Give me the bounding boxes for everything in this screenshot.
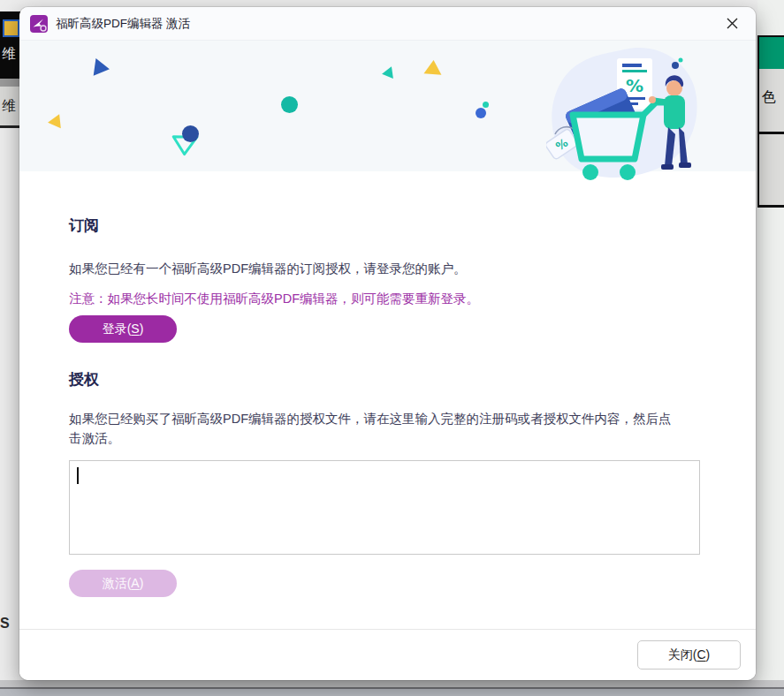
close-dialog-mnemonic: C [696,647,705,662]
background-table-cell: 色 [757,69,784,134]
activation-dialog: 福昕高级PDF编辑器 激活 [19,7,756,680]
subscription-body: 如果您已经有一个福昕高级PDF编辑器的订阅授权，请登录您的账户。 [69,259,688,278]
background-app-icon-fragment [3,19,19,37]
authorization-body: 如果您已经购买了福昕高级PDF编辑器的授权文件，请在这里输入完整的注册码或者授权… [69,409,683,448]
subscription-heading: 订阅 [69,217,700,235]
background-app-right-strip: 色 [757,0,784,696]
login-button-label-end: ) [140,322,144,336]
license-input-wrap [69,460,700,555]
svg-text:%: % [626,75,643,96]
activate-button[interactable]: 激活(A) [69,570,177,597]
activate-button-label: 激活( [103,576,132,590]
activate-button-mnemonic: A [131,576,139,590]
background-text-fragment: S [0,616,10,632]
background-text-fragment: 维 [2,45,16,64]
background-app-left-strip: 维 维 S [0,0,21,696]
decor-circle-teal [281,96,298,113]
background-app-dark-panel: 维 [0,11,21,79]
login-button-mnemonic: S [131,322,139,336]
background-app-statusbar [0,689,784,696]
decor-triangle-yellow [47,114,61,129]
close-dialog-label-end: ) [706,647,711,662]
decor-triangle-teal [381,66,393,80]
background-divider [0,79,21,87]
login-button[interactable]: 登录(S) [69,315,177,343]
decor-dot-teal [483,102,489,108]
foxit-app-icon [30,15,48,33]
close-dialog-button[interactable]: 关闭(C) [637,640,741,670]
activate-button-label-end: ) [140,576,144,590]
background-app-bottom-bar [0,680,784,696]
license-input[interactable] [70,461,699,554]
background-app-cell: 维 [0,87,21,128]
decor-circle-blue [182,125,199,142]
dialog-content: 订阅 如果您已经有一个福昕高级PDF编辑器的订阅授权，请登录您的账户。 注意：如… [19,217,756,597]
subscription-note: 注意：如果您长时间不使用福昕高级PDF编辑器，则可能需要重新登录。 [69,290,700,308]
close-icon [727,18,738,29]
background-text-fragment: 色 [762,88,776,107]
close-dialog-label: 关闭( [668,647,697,662]
screen: 维 维 S 色 福昕高级PDF编辑器 激活 [0,0,784,696]
decor-dot-blue [476,108,486,118]
authorization-heading: 授权 [69,371,700,389]
background-text-fragment: 维 [2,97,16,116]
dialog-title: 福昕高级PDF编辑器 激活 [56,16,190,32]
shopping-cart-illustration: % % [546,46,704,192]
dialog-footer: 关闭(C) [19,629,756,680]
decor-triangle-blue [94,58,111,78]
dialog-titlebar[interactable]: 福昕高级PDF编辑器 激活 [19,7,756,40]
decor-triangle-yellow-up [423,59,442,74]
banner: % % [19,40,756,171]
close-button[interactable] [717,11,747,37]
background-table-cell [757,134,784,208]
login-button-label: 登录( [103,322,132,336]
background-table-header-cell [757,35,784,71]
